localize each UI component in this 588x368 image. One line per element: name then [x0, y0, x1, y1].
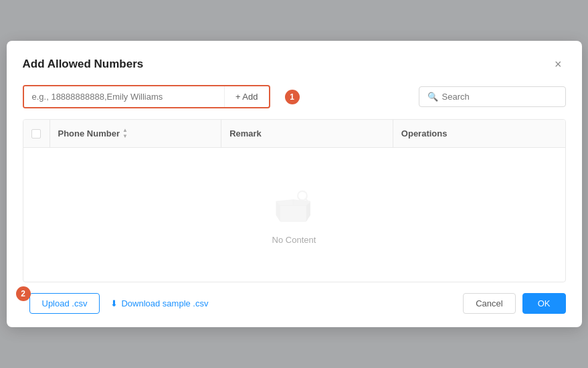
- sort-arrows-phone[interactable]: ▲ ▼: [122, 128, 128, 139]
- download-icon: ⬇: [110, 298, 118, 308]
- dialog: Add Allowed Numbers × + Add 1 🔍 Phone: [7, 41, 582, 327]
- table-header: Phone Number ▲ ▼ Remark Operations: [23, 120, 565, 148]
- download-label: Download sample .csv: [121, 298, 208, 308]
- step2-badge: 2: [16, 286, 31, 301]
- th-phone-label: Phone Number: [58, 128, 120, 139]
- ok-button[interactable]: OK: [522, 293, 566, 314]
- th-operations: Operations: [393, 120, 565, 147]
- search-input[interactable]: [442, 92, 557, 102]
- th-phone: Phone Number ▲ ▼: [50, 120, 222, 147]
- add-phone-input[interactable]: [24, 86, 224, 107]
- footer: 2 Upload .csv ⬇ Download sample .csv Can…: [23, 293, 566, 314]
- right-footer: Cancel OK: [463, 293, 565, 314]
- step1-badge: 1: [285, 90, 300, 104]
- svg-rect-0: [280, 205, 306, 221]
- upload-csv-button[interactable]: Upload .csv: [29, 293, 100, 314]
- table-container: Phone Number ▲ ▼ Remark Operations: [23, 119, 566, 282]
- empty-text: No Content: [272, 235, 316, 245]
- modal-overlay: Add Allowed Numbers × + Add 1 🔍 Phone: [0, 0, 588, 368]
- dialog-title: Add Allowed Numbers: [23, 58, 144, 71]
- left-footer: 2 Upload .csv ⬇ Download sample .csv: [23, 293, 209, 314]
- step2-wrapper: 2 Upload .csv: [23, 293, 100, 314]
- close-button[interactable]: ×: [551, 57, 566, 72]
- add-button[interactable]: + Add: [224, 86, 269, 107]
- download-sample-link[interactable]: ⬇ Download sample .csv: [110, 298, 208, 308]
- th-checkbox: [23, 120, 50, 147]
- header-checkbox[interactable]: [31, 129, 41, 139]
- cancel-button[interactable]: Cancel: [463, 293, 515, 314]
- dialog-header: Add Allowed Numbers ×: [23, 57, 566, 72]
- search-icon: 🔍: [427, 92, 438, 102]
- table-body: No Content: [23, 148, 565, 282]
- th-remark: Remark: [221, 120, 393, 147]
- empty-icon: [271, 185, 318, 228]
- toolbar: + Add 1 🔍: [23, 85, 566, 108]
- search-box: 🔍: [419, 86, 566, 107]
- th-operations-label: Operations: [401, 128, 448, 139]
- add-input-group: + Add: [23, 85, 270, 108]
- th-remark-label: Remark: [229, 128, 262, 139]
